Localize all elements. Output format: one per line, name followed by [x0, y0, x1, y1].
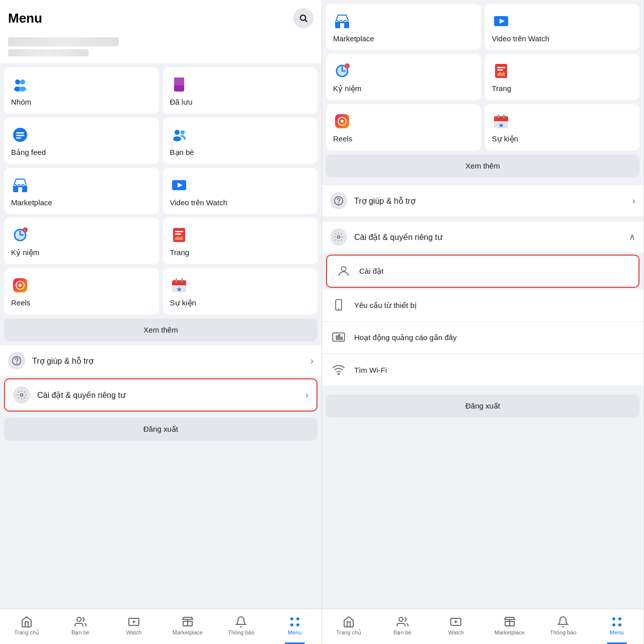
p2-settings-chevron: ∧: [629, 231, 635, 243]
grid-item-daluu[interactable]: Đã lưu: [163, 67, 318, 114]
nav-ban-be-label: Bạn bè: [71, 629, 90, 636]
grid-item-watch[interactable]: Video trên Watch: [163, 168, 318, 214]
p2-logout-button[interactable]: Đăng xuất: [326, 394, 639, 418]
p2-grid-item-pages[interactable]: Trang: [485, 54, 640, 100]
nav-trang-chu[interactable]: Trang chủ: [0, 609, 54, 642]
nav-marketplace-label: Marketplace: [173, 629, 203, 635]
help-section-row[interactable]: Trợ giúp & hỗ trợ ›: [0, 345, 321, 376]
p2-settings-section-row[interactable]: Cài đặt & quyền riêng tư ∧: [322, 221, 643, 253]
p2-nav-bell-icon: [557, 616, 569, 628]
panel2-top-space: [322, 0, 643, 4]
panel-2: Marketplace Video trên Watch: [322, 0, 644, 644]
nav-friends-icon: [74, 616, 87, 628]
grid-item-events[interactable]: ★ Sự kiện: [163, 268, 318, 314]
svg-point-13: [173, 136, 181, 141]
p2-nav-ban-be[interactable]: Bạn bè: [376, 609, 430, 642]
svg-point-76: [399, 617, 403, 621]
svg-rect-65: [498, 114, 499, 118]
nav-watch[interactable]: Watch: [107, 609, 161, 642]
p2-settings-label: Cài đặt & quyền riêng tư: [354, 232, 622, 242]
p2-nav-trang-chu-label: Trang chủ: [336, 629, 361, 636]
p2-nav-watch[interactable]: Watch: [429, 609, 483, 642]
yeu-cau-label: Yêu cầu từ thiết bị: [354, 301, 417, 310]
grid-item-friends[interactable]: Bạn bè: [163, 118, 318, 164]
see-more-button[interactable]: Xem thêm: [4, 318, 317, 341]
help-label: Trợ giúp & hỗ trợ: [32, 356, 303, 366]
p2-events-icon: ★: [492, 112, 510, 130]
p2-grid-item-reels[interactable]: Reels: [326, 104, 481, 150]
grid-item-nhom[interactable]: Nhóm: [4, 67, 159, 114]
grid-item-reels[interactable]: Reels: [4, 268, 159, 314]
p2-watch-label: Video trên Watch: [492, 34, 633, 43]
p2-nav-thong-bao-label: Thông báo: [550, 629, 577, 635]
reels-label: Reels: [11, 298, 152, 307]
caidat-icon: [335, 263, 352, 280]
caidat-item[interactable]: Cài đặt: [326, 255, 639, 288]
feed-icon: [11, 126, 29, 144]
wifi-item[interactable]: Tìm Wi-Fi: [322, 354, 643, 385]
p2-memories-icon: !: [333, 62, 351, 80]
logout-button[interactable]: Đăng xuất: [4, 418, 317, 441]
nav-thong-bao[interactable]: Thông báo: [214, 609, 268, 642]
p2-nav-thong-bao[interactable]: Thông báo: [536, 609, 590, 642]
nav-ban-be[interactable]: Bạn bè: [54, 609, 108, 642]
watch-label: Video trên Watch: [170, 198, 311, 207]
svg-point-61: [341, 120, 344, 123]
svg-rect-17: [18, 187, 22, 192]
p2-bottom-spacer: [322, 422, 643, 426]
pages-label: Trang: [170, 248, 311, 257]
yeu-cau-item[interactable]: Yêu cầu từ thiết bị: [322, 290, 643, 321]
p2-settings-icon: [330, 228, 347, 246]
wifi-label: Tìm Wi-Fi: [354, 366, 387, 374]
svg-point-80: [618, 617, 621, 620]
p2-see-more-button[interactable]: Xem thêm: [326, 154, 639, 177]
p2-grid-item-events[interactable]: ★ Sự kiện: [485, 104, 640, 150]
grid-item-pages[interactable]: Trang: [163, 218, 318, 264]
hoat-dong-item[interactable]: Hoạt động quảng cáo gần đây: [322, 322, 643, 353]
bottom-spacer: [0, 445, 321, 449]
device-icon: [330, 297, 347, 314]
nav-menu-label: Menu: [288, 629, 302, 635]
grid-item-memories[interactable]: ! Kỷ niệm: [4, 218, 159, 264]
p2-nav-menu-label: Menu: [610, 629, 624, 635]
grid-item-marketplace[interactable]: Marketplace: [4, 168, 159, 214]
svg-point-45: [290, 623, 293, 626]
p2-nav-marketplace[interactable]: Marketplace: [483, 609, 537, 642]
p2-home-icon: [343, 616, 355, 628]
search-button[interactable]: [293, 8, 313, 28]
svg-point-69: [339, 203, 339, 203]
p2-grid-item-watch[interactable]: Video trên Watch: [485, 4, 640, 50]
grid-item-feed[interactable]: Bảng feed: [4, 118, 159, 164]
feed-label: Bảng feed: [11, 148, 152, 157]
svg-point-0: [300, 15, 306, 21]
nav-watch-icon: [128, 616, 140, 628]
p2-help-chevron: ›: [632, 196, 635, 206]
nav-marketplace[interactable]: Marketplace: [161, 609, 215, 642]
panel1-grid-2col: Nhóm Đã lưu: [4, 67, 317, 314]
svg-point-70: [338, 236, 340, 238]
profile-sub-blurred: [8, 49, 89, 56]
profile-name-blurred: [8, 37, 119, 46]
svg-rect-9: [16, 132, 24, 134]
svg-text:!: !: [25, 228, 26, 232]
p2-grid-item-memories[interactable]: ! Kỷ niệm: [326, 54, 481, 100]
p2-help-section-row[interactable]: Trợ giúp & hỗ trợ ›: [322, 185, 643, 216]
nav-menu[interactable]: Menu: [268, 609, 322, 642]
p2-events-label: Sự kiện: [492, 134, 633, 143]
p2-grid-item-marketplace[interactable]: Marketplace: [326, 4, 481, 50]
p2-marketplace-label: Marketplace: [333, 34, 474, 43]
home-icon: [21, 616, 33, 628]
p2-nav-menu[interactable]: Menu: [590, 609, 644, 642]
panel1-header: Menu: [0, 0, 321, 32]
nav-watch-label: Watch: [126, 629, 142, 635]
settings-section-row[interactable]: Cài đặt & quyền riêng tư ›: [4, 378, 317, 412]
daluu-label: Đã lưu: [170, 98, 311, 107]
wifi-icon: [330, 361, 347, 378]
memories-icon: !: [11, 226, 29, 244]
settings-label: Cài đặt & quyền riêng tư: [37, 390, 298, 400]
p2-nav-marketplace-icon: [504, 616, 516, 628]
p2-nav-trang-chu[interactable]: Trang chủ: [322, 609, 376, 642]
svg-marker-78: [455, 620, 458, 623]
p2-reels-icon: [333, 112, 351, 130]
caidat-label: Cài đặt: [359, 267, 383, 276]
